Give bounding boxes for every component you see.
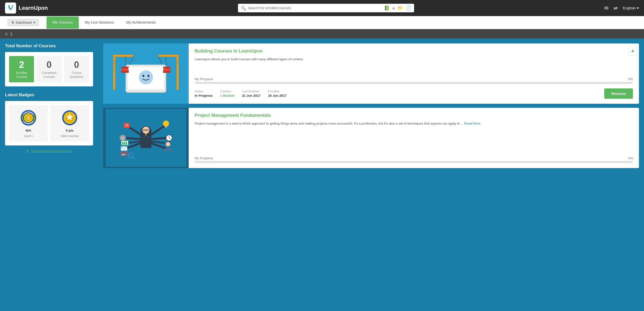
eye-icon: 👁 bbox=[26, 149, 29, 153]
svg-line-57 bbox=[126, 138, 141, 139]
svg-text:</>: </> bbox=[164, 147, 172, 152]
course-2-illustration: </> bbox=[106, 109, 186, 167]
logo-text: LearnUpon bbox=[19, 5, 48, 11]
stats-section: Total Number of Courses 2 Enrolled Cours… bbox=[5, 43, 93, 86]
breadcrumb-arrow-icon: ❯ bbox=[10, 32, 13, 36]
svg-rect-76 bbox=[122, 153, 127, 154]
user-caret-icon: ▾ bbox=[637, 6, 639, 10]
course-1-progress-bar-bg bbox=[195, 82, 633, 84]
stats-grid: 2 Enrolled Courses 0 Completed Courses 0… bbox=[5, 52, 93, 86]
svg-rect-70 bbox=[122, 142, 124, 145]
svg-text:1: 1 bbox=[27, 115, 30, 120]
book-icon[interactable]: 📗 bbox=[384, 5, 390, 11]
course-1-info: Building Courses In LearnUpon Learnupon … bbox=[189, 43, 639, 104]
svg-rect-77 bbox=[122, 154, 125, 155]
course-1-progress-section: My Progress 0% bbox=[195, 77, 633, 84]
main-content: Total Number of Courses 2 Enrolled Cours… bbox=[0, 38, 644, 311]
enrolled-label: Enrolled Courses bbox=[11, 71, 32, 79]
badge1-label: N/A bbox=[26, 129, 31, 132]
font-icon[interactable]: A bbox=[392, 6, 395, 10]
top-right-area: ✉ ⇌ Eoghan ▾ bbox=[604, 5, 639, 11]
search-input[interactable] bbox=[248, 6, 382, 10]
course-1-status: Status In Progress bbox=[195, 90, 213, 97]
course-2-info: Project Management Fundamentals Project … bbox=[189, 108, 639, 168]
badges-title: Latest Badges bbox=[5, 92, 93, 97]
questions-stat-card[interactable]: 0 Course Questions bbox=[64, 56, 89, 82]
svg-point-30 bbox=[147, 75, 149, 77]
course-1-progress-label: My Progress bbox=[195, 77, 213, 81]
svg-rect-16 bbox=[113, 55, 115, 90]
completed-stat-card[interactable]: 0 Completed Courses bbox=[36, 56, 61, 82]
svg-rect-20 bbox=[177, 55, 179, 90]
badges-section: Latest Badges 1 bbox=[5, 92, 93, 153]
tab-my-courses[interactable]: My Courses bbox=[47, 17, 79, 29]
shuffle-icon[interactable]: ⇌ bbox=[614, 5, 618, 11]
top-nav: LearnUpon 🔍 📗 A 📁 📄 ✉ ⇌ Eoghan ▾ bbox=[0, 0, 644, 16]
level1-badge-icon: 1 bbox=[20, 109, 37, 127]
search-bar: 🔍 📗 A 📁 📄 bbox=[238, 4, 414, 12]
svg-point-55 bbox=[163, 121, 169, 127]
course-1-status-value: In Progress bbox=[195, 94, 213, 97]
svg-rect-51 bbox=[124, 123, 130, 128]
course-1-description: Learnupon allows you to build courses wi… bbox=[195, 57, 633, 73]
mail-icon[interactable]: ✉ bbox=[604, 5, 609, 11]
course-1-enrolled: Enrolled 16 Jun 2017 bbox=[268, 90, 287, 97]
svg-rect-33 bbox=[122, 67, 129, 69]
questions-label: Course Questions bbox=[66, 71, 87, 79]
course-card-2-wrapper: </> bbox=[103, 108, 639, 168]
courses-area: Building Courses In LearnUpon Learnupon … bbox=[98, 38, 644, 311]
course-2-progress-section: My Progress 0% bbox=[195, 156, 633, 163]
course-card-2: </> bbox=[103, 108, 639, 168]
course-2-description: Project management is a start-to-finish … bbox=[195, 121, 633, 152]
folder-icon[interactable]: 📁 bbox=[397, 5, 403, 11]
main-tabs: My Courses My Live Sessions My Achieveme… bbox=[47, 17, 162, 29]
user-menu[interactable]: Eoghan ▾ bbox=[623, 6, 639, 10]
svg-rect-72 bbox=[126, 142, 127, 145]
search-icon: 🔍 bbox=[241, 6, 246, 11]
svg-rect-56 bbox=[165, 126, 167, 127]
course-card-1: Building Courses In LearnUpon Learnupon … bbox=[103, 43, 639, 104]
course-1-illustration bbox=[106, 45, 186, 102]
course-2-title: Project Management Fundamentals bbox=[195, 113, 633, 118]
svg-rect-21 bbox=[158, 55, 179, 57]
course-2-progress-pct: 0% bbox=[628, 156, 633, 160]
questions-count: 0 bbox=[74, 60, 79, 70]
home-icon[interactable]: ⌂ bbox=[5, 31, 8, 36]
badge2-label: 5 pts bbox=[66, 129, 73, 132]
daily-learning-badge-icon bbox=[61, 109, 78, 127]
course-2-progress-bar-bg bbox=[195, 161, 633, 163]
badge-level1: 1 N/A Level 1 bbox=[9, 105, 48, 141]
view-achievements-link[interactable]: 👁 View Detailed Achievements bbox=[5, 149, 93, 153]
svg-rect-71 bbox=[124, 141, 125, 145]
stats-title: Total Number of Courses bbox=[5, 43, 93, 48]
search-toolbar-icons: 📗 A 📁 📄 bbox=[384, 5, 411, 11]
svg-point-29 bbox=[142, 75, 144, 77]
course-1-title: Building Courses In LearnUpon bbox=[195, 48, 633, 54]
dashboard-button[interactable]: ⚙ Dashboard ▾ bbox=[8, 19, 39, 26]
dashboard-caret-icon: ▾ bbox=[33, 21, 35, 24]
course-1-resume-button[interactable]: Resume bbox=[604, 88, 633, 99]
document-icon[interactable]: 📄 bbox=[406, 5, 411, 11]
course-1-progress-pct: 0% bbox=[628, 77, 633, 81]
course-1-meta: Status In Progress Content 1 Module Last… bbox=[195, 88, 633, 99]
breadcrumb: ⌂ ❯ bbox=[0, 29, 644, 38]
badges-grid: 1 N/A Level 1 bbox=[5, 101, 93, 145]
course-1-content: Content 1 Module bbox=[220, 90, 234, 97]
tab-achievements[interactable]: My Achievements bbox=[120, 17, 162, 29]
course-2-read-more-link[interactable]: Read More bbox=[464, 122, 480, 125]
badge1-sublabel: Level 1 bbox=[24, 134, 33, 137]
svg-rect-36 bbox=[163, 67, 170, 69]
badge-daily-learning: 5 pts Daily Learning bbox=[50, 105, 89, 141]
logo-icon bbox=[5, 3, 16, 14]
completed-count: 0 bbox=[47, 60, 52, 70]
course-1-thumbnail bbox=[103, 43, 189, 104]
tab-live-sessions[interactable]: My Live Sessions bbox=[79, 17, 120, 29]
svg-rect-17 bbox=[113, 55, 133, 57]
svg-line-60 bbox=[151, 138, 166, 139]
completed-label: Completed Courses bbox=[38, 71, 59, 79]
sidebar: Total Number of Courses 2 Enrolled Cours… bbox=[0, 38, 98, 311]
course-1-scroll-up-button[interactable]: ▲ bbox=[629, 46, 636, 55]
course-1-enrolled-value: 16 Jun 2017 bbox=[268, 94, 287, 97]
svg-point-74 bbox=[166, 142, 171, 147]
enrolled-stat-card[interactable]: 2 Enrolled Courses bbox=[9, 56, 34, 82]
